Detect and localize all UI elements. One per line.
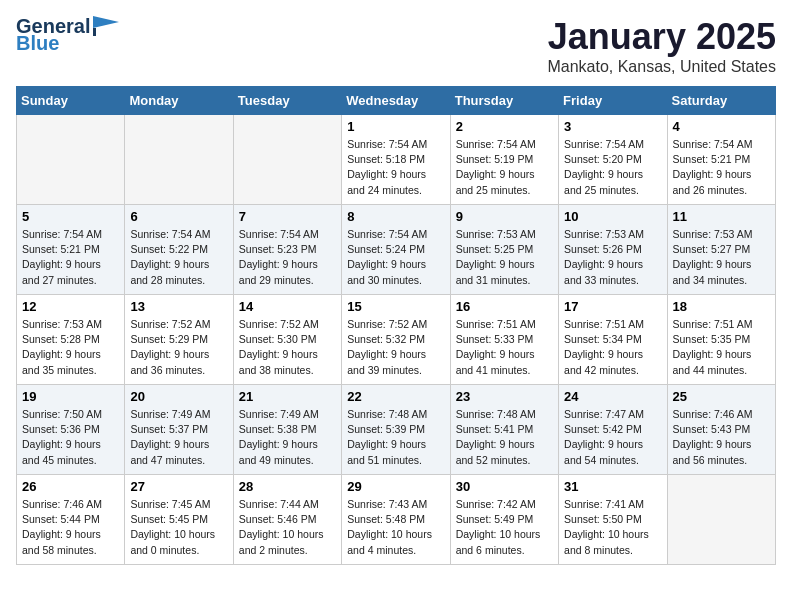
day-number: 12 [22, 299, 119, 314]
weekday-header-sunday: Sunday [17, 87, 125, 115]
day-info: Sunrise: 7:41 AM Sunset: 5:50 PM Dayligh… [564, 497, 661, 558]
calendar-cell: 11Sunrise: 7:53 AM Sunset: 5:27 PM Dayli… [667, 205, 775, 295]
day-number: 5 [22, 209, 119, 224]
calendar-cell: 5Sunrise: 7:54 AM Sunset: 5:21 PM Daylig… [17, 205, 125, 295]
calendar-cell: 29Sunrise: 7:43 AM Sunset: 5:48 PM Dayli… [342, 475, 450, 565]
day-number: 13 [130, 299, 227, 314]
logo-blue: Blue [16, 32, 59, 55]
weekday-header-friday: Friday [559, 87, 667, 115]
weekday-header-monday: Monday [125, 87, 233, 115]
calendar-cell: 9Sunrise: 7:53 AM Sunset: 5:25 PM Daylig… [450, 205, 558, 295]
calendar-cell: 17Sunrise: 7:51 AM Sunset: 5:34 PM Dayli… [559, 295, 667, 385]
day-info: Sunrise: 7:54 AM Sunset: 5:23 PM Dayligh… [239, 227, 336, 288]
calendar-cell: 8Sunrise: 7:54 AM Sunset: 5:24 PM Daylig… [342, 205, 450, 295]
calendar-subtitle: Mankato, Kansas, United States [547, 58, 776, 76]
day-number: 4 [673, 119, 770, 134]
weekday-header-tuesday: Tuesday [233, 87, 341, 115]
day-number: 9 [456, 209, 553, 224]
calendar-cell: 19Sunrise: 7:50 AM Sunset: 5:36 PM Dayli… [17, 385, 125, 475]
day-number: 2 [456, 119, 553, 134]
calendar-cell: 25Sunrise: 7:46 AM Sunset: 5:43 PM Dayli… [667, 385, 775, 475]
calendar-cell: 6Sunrise: 7:54 AM Sunset: 5:22 PM Daylig… [125, 205, 233, 295]
day-info: Sunrise: 7:53 AM Sunset: 5:25 PM Dayligh… [456, 227, 553, 288]
day-number: 18 [673, 299, 770, 314]
week-row-1: 1Sunrise: 7:54 AM Sunset: 5:18 PM Daylig… [17, 115, 776, 205]
day-number: 16 [456, 299, 553, 314]
day-info: Sunrise: 7:49 AM Sunset: 5:38 PM Dayligh… [239, 407, 336, 468]
svg-rect-1 [93, 28, 96, 36]
day-info: Sunrise: 7:48 AM Sunset: 5:41 PM Dayligh… [456, 407, 553, 468]
day-info: Sunrise: 7:49 AM Sunset: 5:37 PM Dayligh… [130, 407, 227, 468]
day-number: 15 [347, 299, 444, 314]
day-info: Sunrise: 7:54 AM Sunset: 5:18 PM Dayligh… [347, 137, 444, 198]
calendar-cell: 30Sunrise: 7:42 AM Sunset: 5:49 PM Dayli… [450, 475, 558, 565]
day-info: Sunrise: 7:51 AM Sunset: 5:34 PM Dayligh… [564, 317, 661, 378]
calendar-table: SundayMondayTuesdayWednesdayThursdayFrid… [16, 86, 776, 565]
weekday-header-row: SundayMondayTuesdayWednesdayThursdayFrid… [17, 87, 776, 115]
day-number: 17 [564, 299, 661, 314]
day-info: Sunrise: 7:46 AM Sunset: 5:43 PM Dayligh… [673, 407, 770, 468]
weekday-header-saturday: Saturday [667, 87, 775, 115]
day-info: Sunrise: 7:44 AM Sunset: 5:46 PM Dayligh… [239, 497, 336, 558]
calendar-cell: 15Sunrise: 7:52 AM Sunset: 5:32 PM Dayli… [342, 295, 450, 385]
day-info: Sunrise: 7:45 AM Sunset: 5:45 PM Dayligh… [130, 497, 227, 558]
calendar-cell: 20Sunrise: 7:49 AM Sunset: 5:37 PM Dayli… [125, 385, 233, 475]
page-header: General Blue January 2025 Mankato, Kansa… [16, 16, 776, 76]
day-number: 6 [130, 209, 227, 224]
calendar-cell: 28Sunrise: 7:44 AM Sunset: 5:46 PM Dayli… [233, 475, 341, 565]
calendar-cell: 27Sunrise: 7:45 AM Sunset: 5:45 PM Dayli… [125, 475, 233, 565]
day-number: 22 [347, 389, 444, 404]
day-info: Sunrise: 7:53 AM Sunset: 5:26 PM Dayligh… [564, 227, 661, 288]
calendar-cell: 24Sunrise: 7:47 AM Sunset: 5:42 PM Dayli… [559, 385, 667, 475]
day-info: Sunrise: 7:54 AM Sunset: 5:21 PM Dayligh… [22, 227, 119, 288]
day-info: Sunrise: 7:53 AM Sunset: 5:28 PM Dayligh… [22, 317, 119, 378]
day-info: Sunrise: 7:54 AM Sunset: 5:20 PM Dayligh… [564, 137, 661, 198]
week-row-4: 19Sunrise: 7:50 AM Sunset: 5:36 PM Dayli… [17, 385, 776, 475]
day-number: 8 [347, 209, 444, 224]
calendar-cell [17, 115, 125, 205]
day-number: 14 [239, 299, 336, 314]
day-number: 30 [456, 479, 553, 494]
week-row-3: 12Sunrise: 7:53 AM Sunset: 5:28 PM Dayli… [17, 295, 776, 385]
logo: General Blue [16, 16, 119, 55]
calendar-cell: 18Sunrise: 7:51 AM Sunset: 5:35 PM Dayli… [667, 295, 775, 385]
calendar-cell: 2Sunrise: 7:54 AM Sunset: 5:19 PM Daylig… [450, 115, 558, 205]
calendar-cell [125, 115, 233, 205]
calendar-cell: 23Sunrise: 7:48 AM Sunset: 5:41 PM Dayli… [450, 385, 558, 475]
day-number: 25 [673, 389, 770, 404]
day-info: Sunrise: 7:54 AM Sunset: 5:24 PM Dayligh… [347, 227, 444, 288]
day-info: Sunrise: 7:47 AM Sunset: 5:42 PM Dayligh… [564, 407, 661, 468]
calendar-cell: 12Sunrise: 7:53 AM Sunset: 5:28 PM Dayli… [17, 295, 125, 385]
day-number: 26 [22, 479, 119, 494]
svg-marker-0 [93, 16, 119, 28]
day-number: 29 [347, 479, 444, 494]
day-number: 31 [564, 479, 661, 494]
calendar-cell: 26Sunrise: 7:46 AM Sunset: 5:44 PM Dayli… [17, 475, 125, 565]
day-info: Sunrise: 7:51 AM Sunset: 5:35 PM Dayligh… [673, 317, 770, 378]
day-info: Sunrise: 7:54 AM Sunset: 5:22 PM Dayligh… [130, 227, 227, 288]
week-row-2: 5Sunrise: 7:54 AM Sunset: 5:21 PM Daylig… [17, 205, 776, 295]
day-number: 20 [130, 389, 227, 404]
calendar-cell: 3Sunrise: 7:54 AM Sunset: 5:20 PM Daylig… [559, 115, 667, 205]
day-number: 11 [673, 209, 770, 224]
calendar-cell: 22Sunrise: 7:48 AM Sunset: 5:39 PM Dayli… [342, 385, 450, 475]
calendar-cell: 1Sunrise: 7:54 AM Sunset: 5:18 PM Daylig… [342, 115, 450, 205]
logo-flag-icon [93, 16, 119, 36]
day-info: Sunrise: 7:51 AM Sunset: 5:33 PM Dayligh… [456, 317, 553, 378]
day-info: Sunrise: 7:52 AM Sunset: 5:32 PM Dayligh… [347, 317, 444, 378]
day-info: Sunrise: 7:54 AM Sunset: 5:19 PM Dayligh… [456, 137, 553, 198]
day-number: 19 [22, 389, 119, 404]
calendar-cell: 4Sunrise: 7:54 AM Sunset: 5:21 PM Daylig… [667, 115, 775, 205]
title-area: January 2025 Mankato, Kansas, United Sta… [547, 16, 776, 76]
calendar-cell [233, 115, 341, 205]
day-info: Sunrise: 7:53 AM Sunset: 5:27 PM Dayligh… [673, 227, 770, 288]
day-number: 28 [239, 479, 336, 494]
day-info: Sunrise: 7:50 AM Sunset: 5:36 PM Dayligh… [22, 407, 119, 468]
day-info: Sunrise: 7:52 AM Sunset: 5:30 PM Dayligh… [239, 317, 336, 378]
calendar-cell: 16Sunrise: 7:51 AM Sunset: 5:33 PM Dayli… [450, 295, 558, 385]
day-info: Sunrise: 7:54 AM Sunset: 5:21 PM Dayligh… [673, 137, 770, 198]
day-info: Sunrise: 7:52 AM Sunset: 5:29 PM Dayligh… [130, 317, 227, 378]
day-info: Sunrise: 7:42 AM Sunset: 5:49 PM Dayligh… [456, 497, 553, 558]
calendar-cell: 10Sunrise: 7:53 AM Sunset: 5:26 PM Dayli… [559, 205, 667, 295]
day-number: 10 [564, 209, 661, 224]
